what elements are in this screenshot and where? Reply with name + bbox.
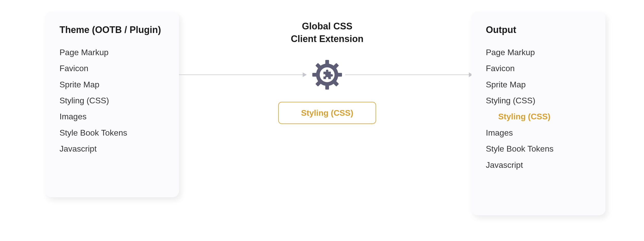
list-item: Favicon xyxy=(486,60,591,76)
styling-css-badge: Styling (CSS) xyxy=(278,102,376,124)
gear-puzzle-icon xyxy=(312,59,343,90)
theme-card: Theme (OOTB / Plugin) Page Markup Favico… xyxy=(45,12,179,197)
list-item: Style Book Tokens xyxy=(486,141,591,157)
output-card-list: Page Markup Favicon Sprite Map Styling (… xyxy=(486,44,591,173)
styling-css-badge-label: Styling (CSS) xyxy=(301,108,353,118)
theme-card-list: Page Markup Favicon Sprite Map Styling (… xyxy=(60,44,165,157)
list-item: Styling (CSS) xyxy=(60,93,165,109)
theme-card-title: Theme (OOTB / Plugin) xyxy=(60,24,165,36)
list-item: Favicon xyxy=(60,60,165,76)
list-item: Page Markup xyxy=(60,44,165,60)
arrow-left-to-center xyxy=(179,74,303,75)
list-item: Sprite Map xyxy=(486,77,591,93)
list-item: Images xyxy=(60,109,165,124)
output-card-title: Output xyxy=(486,24,591,36)
center-title-line1: Global CSS xyxy=(247,20,407,33)
list-item: Javascript xyxy=(486,157,591,173)
list-item: Images xyxy=(486,125,591,141)
output-card: Output Page Markup Favicon Sprite Map St… xyxy=(471,12,605,215)
arrow-center-to-right xyxy=(345,74,469,75)
center-title-block: Global CSS Client Extension xyxy=(247,20,407,45)
list-item: Page Markup xyxy=(486,44,591,60)
list-item: Sprite Map xyxy=(60,77,165,93)
arrow-head-icon xyxy=(303,72,307,77)
client-extension-diagram: Theme (OOTB / Plugin) Page Markup Favico… xyxy=(0,0,644,241)
list-item: Javascript xyxy=(60,141,165,157)
list-item: Style Book Tokens xyxy=(60,125,165,141)
list-item: Styling (CSS) xyxy=(486,93,591,109)
list-item-highlighted: Styling (CSS) xyxy=(486,109,591,124)
center-title-line2: Client Extension xyxy=(247,33,407,45)
